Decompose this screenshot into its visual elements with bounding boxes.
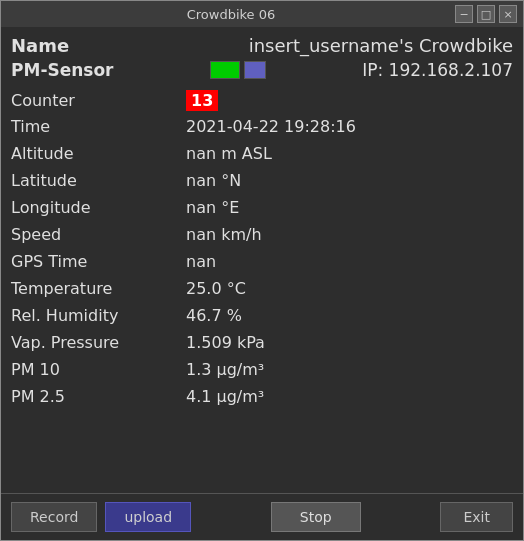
field-key: Latitude: [11, 171, 186, 190]
field-value: nan: [186, 252, 216, 271]
field-value: 2021-04-22 19:28:16: [186, 117, 356, 136]
upload-button[interactable]: upload: [105, 502, 191, 532]
maximize-button[interactable]: □: [477, 5, 495, 23]
stop-button[interactable]: Stop: [271, 502, 361, 532]
pm-indicator: [210, 61, 266, 79]
field-key: Speed: [11, 225, 186, 244]
title-bar: Crowdbike 06 − □ ×: [1, 1, 523, 27]
table-row: Latitudenan °N: [11, 171, 513, 197]
field-value: 25.0 °C: [186, 279, 246, 298]
record-button[interactable]: Record: [11, 502, 97, 532]
table-row: Longitudenan °E: [11, 198, 513, 224]
pm-blue-indicator: [244, 61, 266, 79]
field-key: GPS Time: [11, 252, 186, 271]
field-value: 1.509 kPa: [186, 333, 265, 352]
pm-sensor-row: PM-Sensor IP: 192.168.2.107: [11, 60, 513, 80]
field-key: PM 10: [11, 360, 186, 379]
pm-green-indicator: [210, 61, 240, 79]
exit-button[interactable]: Exit: [440, 502, 513, 532]
window-controls: − □ ×: [455, 5, 517, 23]
window-title: Crowdbike 06: [7, 7, 455, 22]
close-button[interactable]: ×: [499, 5, 517, 23]
field-value: 4.1 µg/m³: [186, 387, 264, 406]
table-row: Speednan km/h: [11, 225, 513, 251]
table-row: PM 101.3 µg/m³: [11, 360, 513, 386]
name-row: Name insert_username's Crowdbike: [11, 35, 513, 56]
field-value: nan °N: [186, 171, 241, 190]
data-table: Counter13Time2021-04-22 19:28:16Altitude…: [11, 90, 513, 485]
field-key: Rel. Humidity: [11, 306, 186, 325]
field-key: Longitude: [11, 198, 186, 217]
field-value: 46.7 %: [186, 306, 242, 325]
field-value: nan km/h: [186, 225, 262, 244]
field-key: Vap. Pressure: [11, 333, 186, 352]
field-value: 1.3 µg/m³: [186, 360, 264, 379]
table-row: GPS Timenan: [11, 252, 513, 278]
ip-address: IP: 192.168.2.107: [362, 60, 513, 80]
field-value: nan m ASL: [186, 144, 272, 163]
table-row: Vap. Pressure1.509 kPa: [11, 333, 513, 359]
footer: Record upload Stop Exit: [1, 493, 523, 540]
pm-sensor-label: PM-Sensor: [11, 60, 114, 80]
table-row: Counter13: [11, 90, 513, 116]
field-key: Time: [11, 117, 186, 136]
field-value: nan °E: [186, 198, 239, 217]
main-content: Name insert_username's Crowdbike PM-Sens…: [1, 27, 523, 493]
field-key: Altitude: [11, 144, 186, 163]
username-value: insert_username's Crowdbike: [249, 35, 513, 56]
name-label: Name: [11, 35, 69, 56]
field-key: Counter: [11, 91, 186, 110]
table-row: Time2021-04-22 19:28:16: [11, 117, 513, 143]
field-value: 13: [186, 90, 218, 111]
field-key: PM 2.5: [11, 387, 186, 406]
table-row: PM 2.54.1 µg/m³: [11, 387, 513, 413]
footer-left-buttons: Record upload: [11, 502, 191, 532]
table-row: Altitudenan m ASL: [11, 144, 513, 170]
main-window: Crowdbike 06 − □ × Name insert_username'…: [0, 0, 524, 541]
minimize-button[interactable]: −: [455, 5, 473, 23]
table-row: Temperature25.0 °C: [11, 279, 513, 305]
field-key: Temperature: [11, 279, 186, 298]
table-row: Rel. Humidity46.7 %: [11, 306, 513, 332]
